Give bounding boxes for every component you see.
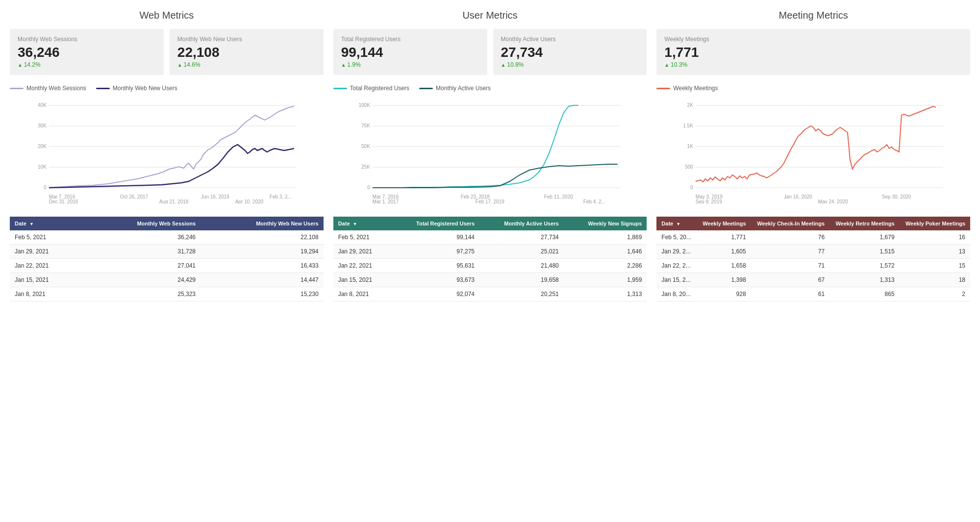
svg-text:0: 0 xyxy=(367,185,370,190)
web-date-cell: Jan 8, 2021 xyxy=(10,287,84,301)
web-date-header[interactable]: Date ▼ xyxy=(10,217,84,230)
web-sessions-cell: 25,323 xyxy=(84,287,201,301)
weekly-meetings-cell: 928 xyxy=(697,287,751,301)
web-date-cell: Jan 29, 2021 xyxy=(10,245,84,259)
weekly-signups-header[interactable]: Weekly New Signups xyxy=(564,217,647,230)
svg-text:Jan 16, 2020: Jan 16, 2020 xyxy=(784,194,812,199)
web-sessions-legend-label: Monthly Web Sessions xyxy=(26,85,86,92)
web-new-users-header[interactable]: Monthly Web New Users xyxy=(201,217,324,230)
total-users-label: Total Registered Users xyxy=(341,36,479,43)
monthly-active-value: 27,734 xyxy=(501,45,639,60)
web-sessions-header[interactable]: Monthly Web Sessions xyxy=(84,217,201,230)
weekly-retro-header[interactable]: Weekly Retro Meetings xyxy=(829,217,900,230)
svg-text:Feb 11, 2020: Feb 11, 2020 xyxy=(544,194,573,199)
weekly-meetings-header[interactable]: Weekly Meetings xyxy=(697,217,751,230)
meeting-metrics-section: Meeting Metrics Weekly Meetings 1,771 10… xyxy=(656,10,970,209)
svg-text:Sep 30, 2020: Sep 30, 2020 xyxy=(882,194,911,199)
svg-text:20K: 20K xyxy=(38,144,47,149)
svg-text:50K: 50K xyxy=(361,144,370,149)
weekly-checkin-cell: 76 xyxy=(751,230,830,245)
web-sessions-kpi: Monthly Web Sessions 36,246 14.2% xyxy=(10,29,164,75)
table-row: Jan 22, 2... 1,658 71 1,572 15 xyxy=(656,259,970,273)
table-row: Jan 22, 2021 95,631 21,480 2,286 xyxy=(333,259,647,273)
web-metrics-title: Web Metrics xyxy=(10,10,324,21)
weekly-poker-header[interactable]: Weekly Poker Meetings xyxy=(900,217,970,230)
svg-text:Aug 21, 2018: Aug 21, 2018 xyxy=(159,199,189,203)
user-date-header[interactable]: Date ▼ xyxy=(333,217,391,230)
table-row: Feb 5, 20... 1,771 76 1,679 16 xyxy=(656,230,970,245)
web-table-body: Feb 5, 2021 36,246 22,108 Jan 29, 2021 3… xyxy=(10,230,324,301)
weekly-retro-cell: 1,313 xyxy=(829,273,900,287)
web-new-users-kpi: Monthly Web New Users 22,108 14.6% xyxy=(170,29,324,75)
meeting-chart: 2K 1.5K 1K 500 0 May 3, 2019 Jan 16, 202… xyxy=(656,96,970,203)
user-table-header: Date ▼ Total Registered Users Monthly Ac… xyxy=(333,217,647,230)
total-reg-cell: 92,074 xyxy=(390,287,479,301)
monthly-active-cell: 25,021 xyxy=(479,245,564,259)
meeting-date-cell: Feb 5, 20... xyxy=(656,230,697,245)
svg-text:Mar 1, 2017: Mar 1, 2017 xyxy=(373,199,399,203)
meeting-table-header: Date ▼ Weekly Meetings Weekly Check-In M… xyxy=(656,217,970,230)
total-reg-legend: Total Registered Users xyxy=(333,85,409,92)
user-chart-container: Total Registered Users Monthly Active Us… xyxy=(333,81,647,209)
weekly-signups-cell: 1,313 xyxy=(564,287,647,301)
svg-text:Dec 31, 2016: Dec 31, 2016 xyxy=(49,199,78,203)
weekly-meetings-kpi: Weekly Meetings 1,771 10.3% xyxy=(656,29,970,75)
monthly-active-header[interactable]: Monthly Active Users xyxy=(479,217,564,230)
svg-text:40K: 40K xyxy=(38,102,47,108)
weekly-checkin-header[interactable]: Weekly Check-In Meetings xyxy=(751,217,830,230)
web-sessions-value: 36,246 xyxy=(18,45,156,60)
weekly-retro-cell: 1,515 xyxy=(829,245,900,259)
web-new-users-cell: 19,294 xyxy=(201,245,324,259)
web-new-users-legend-label: Monthly Web New Users xyxy=(113,85,177,92)
svg-text:Feb 17, 2019: Feb 17, 2019 xyxy=(476,199,504,203)
weekly-poker-cell: 2 xyxy=(900,287,970,301)
meeting-metrics-title: Meeting Metrics xyxy=(656,10,970,21)
total-reg-legend-label: Total Registered Users xyxy=(350,85,409,92)
svg-text:Apr 10, 2020: Apr 10, 2020 xyxy=(235,199,264,203)
table-row: Jan 8, 2021 25,323 15,230 xyxy=(10,287,324,301)
svg-text:Sep 9, 2019: Sep 9, 2019 xyxy=(696,199,722,203)
web-sessions-cell: 24,429 xyxy=(84,273,201,287)
weekly-signups-cell: 1,959 xyxy=(564,273,647,287)
svg-text:10K: 10K xyxy=(38,164,47,170)
weekly-meetings-cell: 1,398 xyxy=(697,273,751,287)
web-sessions-legend-line xyxy=(10,88,24,89)
meeting-chart-container: Weekly Meetings 2K 1.5K 1K 500 0 xyxy=(656,81,970,209)
weekly-meetings-label: Weekly Meetings xyxy=(664,36,962,43)
weekly-meetings-cell: 1,658 xyxy=(697,259,751,273)
meeting-date-header[interactable]: Date ▼ xyxy=(656,217,697,230)
web-sessions-cell: 27,041 xyxy=(84,259,201,273)
web-kpi-row: Monthly Web Sessions 36,246 14.2% Monthl… xyxy=(10,29,324,75)
total-reg-legend-line xyxy=(333,88,347,89)
user-metrics-section: User Metrics Total Registered Users 99,1… xyxy=(333,10,647,209)
svg-text:0: 0 xyxy=(691,185,694,190)
svg-text:Feb 3, 2...: Feb 3, 2... xyxy=(270,194,292,199)
table-row: Jan 29, 2021 97,275 25,021 1,646 xyxy=(333,245,647,259)
web-new-users-value: 22,108 xyxy=(177,45,316,60)
total-users-kpi: Total Registered Users 99,144 1.9% xyxy=(333,29,487,75)
svg-text:Oct 26, 2017: Oct 26, 2017 xyxy=(120,194,149,199)
web-metrics-section: Web Metrics Monthly Web Sessions 36,246 … xyxy=(10,10,324,209)
date-sort-icon: ▼ xyxy=(29,222,34,226)
web-data-table: Date ▼ Monthly Web Sessions Monthly Web … xyxy=(10,217,324,301)
monthly-active-cell: 19,658 xyxy=(479,273,564,287)
user-chart-legend: Total Registered Users Monthly Active Us… xyxy=(333,85,647,92)
monthly-active-cell: 20,251 xyxy=(479,287,564,301)
user-date-cell: Feb 5, 2021 xyxy=(333,230,391,245)
total-users-change: 1.9% xyxy=(341,61,479,68)
meeting-chart-legend: Weekly Meetings xyxy=(656,85,970,92)
weekly-poker-cell: 13 xyxy=(900,245,970,259)
table-row: Jan 15, 2... 1,398 67 1,313 18 xyxy=(656,273,970,287)
monthly-active-legend: Monthly Active Users xyxy=(419,85,491,92)
web-new-users-cell: 16,433 xyxy=(201,259,324,273)
user-date-cell: Jan 8, 2021 xyxy=(333,287,391,301)
svg-text:30K: 30K xyxy=(38,123,47,128)
monthly-active-cell: 27,734 xyxy=(479,230,564,245)
svg-text:1K: 1K xyxy=(687,144,694,149)
weekly-retro-cell: 1,572 xyxy=(829,259,900,273)
total-reg-cell: 95,631 xyxy=(390,259,479,273)
web-new-users-label: Monthly Web New Users xyxy=(177,36,316,43)
total-reg-header[interactable]: Total Registered Users xyxy=(390,217,479,230)
table-row: Feb 5, 2021 99,144 27,734 1,869 xyxy=(333,230,647,245)
user-date-cell: Jan 15, 2021 xyxy=(333,273,391,287)
